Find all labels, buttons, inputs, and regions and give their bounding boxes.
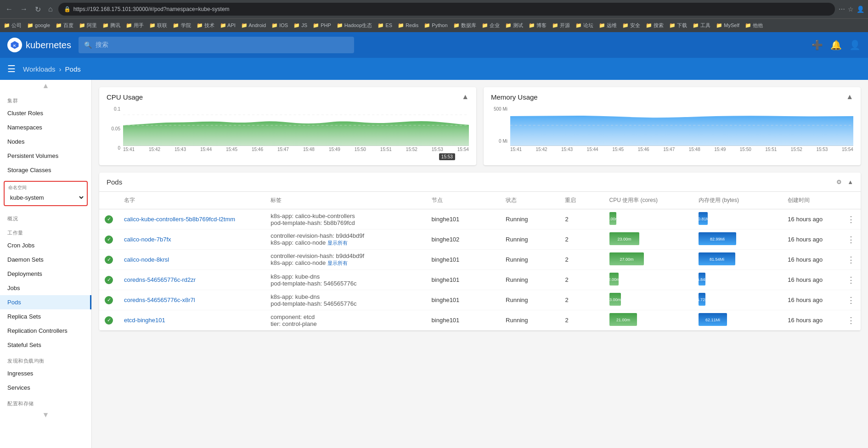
pod-link[interactable]: calico-kube-controllers-5b8b769fcd-l2tmm <box>124 216 235 223</box>
filter-icon[interactable]: ⚙ <box>836 179 842 185</box>
home-button[interactable]: ⌂ <box>46 3 55 15</box>
created-cell: 16 hours ago <box>782 270 841 290</box>
main-layout: ▲ 集群 Cluster Roles Namespaces Nodes Pers… <box>0 80 868 448</box>
more-button[interactable]: ⋮ <box>847 215 855 224</box>
sidebar-item-namespaces[interactable]: Namespaces <box>0 120 91 134</box>
bookmark-myself[interactable]: 📁 MySelf <box>716 22 739 28</box>
sidebar-item-persistent-volumes[interactable]: Persistent Volumes <box>0 149 91 163</box>
sidebar-item-pods[interactable]: Pods <box>0 295 91 309</box>
address-bar[interactable]: 🔒 https://192.168.175.101:30000/#/pod?na… <box>58 3 835 16</box>
bookmark-db[interactable]: 📁 数据库 <box>453 22 476 29</box>
notification-icon[interactable]: 🔔 <box>830 39 842 50</box>
label-2: k8s-app: calico-node 显示所有 <box>271 239 420 246</box>
pod-link[interactable]: calico-node-7b7fx <box>124 236 171 243</box>
sidebar-item-cluster-roles[interactable]: Cluster Roles <box>0 106 91 120</box>
sidebar-item-replication-controllers[interactable]: Replication Controllers <box>0 324 91 338</box>
more-cell: ⋮ <box>841 310 861 330</box>
cluster-roles-label: Cluster Roles <box>7 110 43 117</box>
svg-text:20.81Mi: 20.81Mi <box>699 217 710 221</box>
show-all-link[interactable]: 显示所有 <box>327 260 348 266</box>
bookmark-es[interactable]: 📁 ES <box>378 22 392 28</box>
sidebar-item-cron-jobs[interactable]: Cron Jobs <box>0 238 91 252</box>
sidebar-item-replica-sets[interactable]: Replica Sets <box>0 309 91 324</box>
bookmark-xueyuan[interactable]: 📁 学院 <box>173 22 191 29</box>
show-all-link[interactable]: 显示所有 <box>327 240 348 246</box>
table-header-row: 名字 标签 节点 状态 重启 CPU 使用率 (cores) 内存使用 (byt… <box>99 192 861 209</box>
pod-link[interactable]: etcd-binghe101 <box>124 317 165 324</box>
bookmark-forum[interactable]: 📁 论坛 <box>575 22 593 29</box>
bookmark-security[interactable]: 📁 安全 <box>622 22 640 29</box>
table-row: ✓ calico-node-7b7fx controller-revision-… <box>99 230 861 250</box>
sidebar-item-stateful-sets[interactable]: Stateful Sets <box>0 338 91 352</box>
header-actions: ➕ 🔔 👤 <box>812 39 861 50</box>
memory-cell: 82.99Mi <box>693 230 782 250</box>
bookmark-google[interactable]: 📁 google <box>27 22 50 28</box>
forward-button[interactable]: → <box>18 3 29 15</box>
cron-jobs-label: Cron Jobs <box>7 242 34 249</box>
cpu-chart-collapse[interactable]: ▲ <box>462 93 469 101</box>
reload-button[interactable]: ↻ <box>33 3 43 16</box>
bookmark-download[interactable]: 📁 下载 <box>669 22 687 29</box>
bookmark-api[interactable]: 📁 API <box>220 22 236 28</box>
bookmark-redis[interactable]: 📁 Redis <box>398 22 418 28</box>
status-cell: ✓ <box>99 250 118 270</box>
bookmark-company[interactable]: 📁 公司 <box>4 22 22 29</box>
sidebar-item-deployments[interactable]: Deployments <box>0 267 91 281</box>
more-button[interactable]: ⋮ <box>847 316 855 325</box>
pods-table: 名字 标签 节点 状态 重启 CPU 使用率 (cores) 内存使用 (byt… <box>99 192 861 330</box>
more-button[interactable]: ⋮ <box>847 275 855 285</box>
bookmark-hadoop[interactable]: 📁 Hadoop生态 <box>337 22 372 29</box>
sidebar-item-storage-classes[interactable]: Storage Classes <box>0 163 91 177</box>
bookmark-php[interactable]: 📁 PHP <box>313 22 331 28</box>
more-button[interactable]: ⋮ <box>847 255 855 264</box>
more-button[interactable]: ⋮ <box>847 235 855 244</box>
created-cell: 16 hours ago <box>782 250 841 270</box>
namespace-select[interactable]: kube-system <box>6 192 85 203</box>
bookmark-ios[interactable]: 📁 IOS <box>271 22 288 28</box>
bookmark-other[interactable]: 📁 他他 <box>745 22 763 29</box>
bookmark-baidu[interactable]: 📁 百度 <box>56 22 73 29</box>
ingresses-label: Ingresses <box>7 370 33 377</box>
k8s-logo: K kubernetes <box>7 38 71 52</box>
account-icon[interactable]: 👤 <box>849 39 861 50</box>
jobs-label: Jobs <box>7 285 20 291</box>
mem-mini-chart: 15.72Mi <box>699 293 740 306</box>
bookmark-search[interactable]: 📁 搜索 <box>646 22 664 29</box>
bookmark-yongshou[interactable]: 📁 用手 <box>126 22 144 29</box>
add-icon[interactable]: ➕ <box>812 39 823 50</box>
profile-icon[interactable]: 👤 <box>857 6 864 13</box>
bookmark-lianl[interactable]: 📁 联联 <box>149 22 167 29</box>
sidebar-item-nodes[interactable]: Nodes <box>0 134 91 149</box>
pod-link[interactable]: coredns-546565776c-x8r7l <box>124 297 195 303</box>
status-text-cell: Running <box>500 209 559 230</box>
menu-icon[interactable]: ☰ <box>7 63 16 74</box>
sidebar-item-services[interactable]: Services <box>0 381 91 395</box>
sidebar-item-daemon-sets[interactable]: Daemon Sets <box>0 252 91 267</box>
bookmark-tech[interactable]: 📁 技术 <box>197 22 214 29</box>
extensions-icon[interactable]: ⋯ <box>839 6 845 13</box>
bookmark-python[interactable]: 📁 Python <box>424 22 447 28</box>
bookmark-tx[interactable]: 📁 腾讯 <box>102 22 120 29</box>
cpu-chart-card: CPU Usage ▲ 0.1 0.05 0 <box>99 87 476 165</box>
search-bar[interactable]: 🔍 搜索 <box>79 37 354 53</box>
bookmark-open[interactable]: 📁 开源 <box>552 22 570 29</box>
more-button[interactable]: ⋮ <box>847 296 855 305</box>
sidebar-item-jobs[interactable]: Jobs <box>0 281 91 295</box>
bookmark-icon[interactable]: ☆ <box>848 6 854 13</box>
pod-link[interactable]: calico-node-8krsl <box>124 256 169 263</box>
bookmark-test[interactable]: 📁 测试 <box>505 22 523 29</box>
bookmark-tool[interactable]: 📁 工具 <box>693 22 710 29</box>
memory-chart-collapse[interactable]: ▲ <box>846 93 853 101</box>
back-button[interactable]: ← <box>4 3 15 15</box>
pod-link[interactable]: coredns-546565776c-rd2zr <box>124 276 196 283</box>
sidebar-item-ingresses[interactable]: Ingresses <box>0 366 91 381</box>
bookmark-ali[interactable]: 📁 阿里 <box>79 22 97 29</box>
bookmark-blog[interactable]: 📁 博客 <box>529 22 547 29</box>
bookmark-android[interactable]: 📁 Android <box>241 22 266 28</box>
bookmark-enterprise[interactable]: 📁 企业 <box>482 22 500 29</box>
collapse-icon[interactable]: ▲ <box>847 179 853 185</box>
bookmark-remote[interactable]: 📁 远维 <box>599 22 617 29</box>
label-2: k8s-app: calico-node 显示所有 <box>271 259 420 267</box>
breadcrumb-parent[interactable]: Workloads <box>23 65 56 73</box>
bookmark-js[interactable]: 📁 JS <box>293 22 307 28</box>
